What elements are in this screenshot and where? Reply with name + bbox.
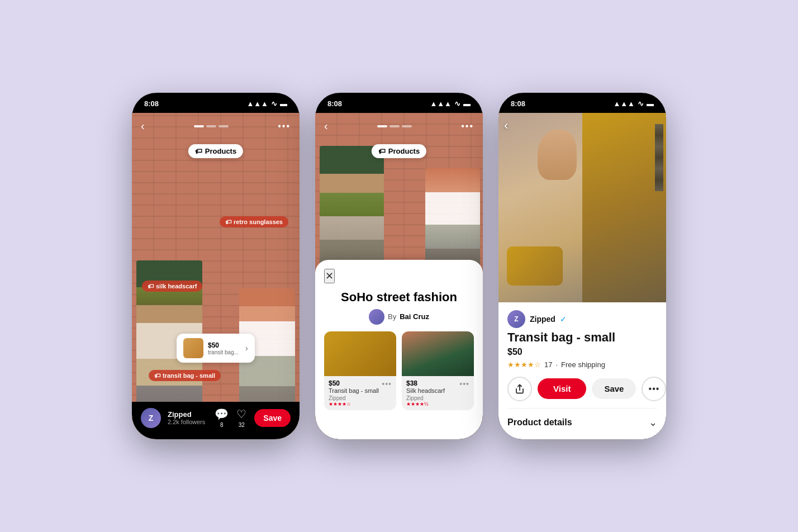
more-button-2[interactable]: •••	[461, 121, 474, 131]
phone-2-content: ‹ ••• 🏷 Products	[315, 113, 483, 439]
free-shipping: Free shipping	[561, 360, 605, 369]
back-button-2[interactable]: ‹	[324, 120, 328, 132]
card-1-brand: Zipped	[329, 395, 379, 401]
save-button-3[interactable]: Save	[592, 378, 636, 399]
page-indicators-2	[328, 125, 462, 127]
products-label-1: Products	[205, 147, 236, 155]
share-button[interactable]	[507, 377, 532, 401]
more-button-3[interactable]: •••	[642, 377, 666, 401]
product-card-bag[interactable]: $50 transit bag... ›	[177, 334, 255, 363]
sheet-card-2[interactable]: $38 Silk headscarf Zipped ★★★★½ •••	[402, 331, 474, 410]
phone-1: 8:08 ▲▲▲ ∿ ▬ ‹	[132, 93, 300, 439]
wifi-icon-1: ∿	[271, 99, 277, 108]
signal-icon-3: ▲▲▲	[613, 99, 635, 108]
card-2-more[interactable]: •••	[459, 379, 469, 388]
status-bar-3: 8:08 ▲▲▲ ∿ ▬	[498, 93, 666, 113]
tag-retro-sunglasses[interactable]: 🏷 retro sunglasses	[220, 216, 288, 227]
status-icons-3: ▲▲▲ ∿ ▬	[613, 99, 654, 108]
status-bar-1: 8:08 ▲▲▲ ∿ ▬	[132, 93, 300, 113]
battery-icon-1: ▬	[280, 99, 287, 108]
products-badge-1[interactable]: 🏷 Products	[188, 144, 243, 158]
card-1-more[interactable]: •••	[382, 379, 392, 388]
phone-2-screen: 8:08 ▲▲▲ ∿ ▬ ‹	[315, 93, 483, 439]
card-2-brand: Zipped	[406, 395, 445, 401]
sheet-products-grid: $50 Transit bag - small Zipped ★★★★☆ •••	[324, 331, 474, 410]
creator-name-1: Zipped	[168, 410, 208, 419]
product-panel: Z Zipped ✓ Transit bag - small $50 ★★★★☆…	[498, 302, 666, 439]
creator-avatar-1: Z	[141, 408, 161, 428]
battery-icon-3: ▬	[647, 99, 654, 108]
phone-1-top-bar: ‹ •••	[132, 113, 300, 139]
products-label-2: Products	[388, 147, 420, 155]
status-bar-2: 8:08 ▲▲▲ ∿ ▬	[315, 93, 483, 113]
comment-count: 8	[220, 422, 224, 428]
phone-3-screen: 8:08 ▲▲▲ ∿ ▬ ‹	[498, 93, 666, 439]
tag-transit-bag[interactable]: 🏷 transit bag - small	[149, 370, 221, 381]
sheet-creator-row: By Bai Cruz	[324, 309, 474, 325]
product-thumb	[183, 338, 203, 358]
hand-visual	[538, 130, 577, 180]
phone-1-screen: 8:08 ▲▲▲ ∿ ▬ ‹	[132, 93, 300, 439]
wifi-icon-2: ∿	[454, 99, 460, 108]
card-name: transit bag...	[208, 349, 239, 355]
time-3: 8:08	[511, 99, 525, 108]
creator-info-1: Zipped 2.2k followers	[168, 410, 208, 425]
comments-action[interactable]: 💬 8	[215, 407, 229, 428]
share-icon	[515, 384, 525, 394]
likes-action[interactable]: ♡ 32	[236, 407, 246, 428]
card-2-name: Silk headscarf	[406, 387, 445, 394]
zipper-visual	[655, 124, 663, 191]
creator-followers-1: 2.2k followers	[168, 419, 208, 425]
tag-silk-headscarf[interactable]: 🏷 silk headscarf	[142, 281, 202, 292]
rating-count: 17	[544, 360, 552, 369]
phones-container: 8:08 ▲▲▲ ∿ ▬ ‹	[110, 70, 688, 462]
card-1-image	[324, 331, 396, 376]
verified-icon: ✓	[560, 315, 567, 324]
back-button-1[interactable]: ‹	[141, 120, 145, 132]
card-1-stars: ★★★★☆	[329, 401, 379, 407]
product-details-label: Product details	[507, 417, 572, 428]
visit-button[interactable]: Visit	[538, 378, 586, 399]
card-1-price: $50	[329, 379, 379, 387]
products-badge-2[interactable]: 🏷 Products	[372, 144, 426, 158]
card-arrow: ›	[245, 344, 248, 353]
bag-visual	[507, 246, 563, 286]
tag-icon-headscarf: 🏷	[148, 283, 154, 289]
rating-row: ★★★★☆ 17 · Free shipping	[507, 360, 657, 369]
page-indicators	[145, 125, 278, 127]
photo-left-bag: ‹	[498, 113, 582, 302]
back-button-3[interactable]: ‹	[504, 118, 508, 133]
brand-avatar: Z	[507, 310, 525, 328]
page-dot-3	[218, 125, 229, 127]
card-1-name: Transit bag - small	[329, 387, 379, 394]
product-actions: Visit Save •••	[507, 377, 657, 401]
battery-icon-2: ▬	[463, 99, 471, 108]
bottom-actions-1: 💬 8 ♡ 32 Save	[215, 407, 291, 428]
status-icons-2: ▲▲▲ ∿ ▬	[430, 99, 471, 108]
page-dot-2	[206, 125, 216, 127]
phone-3: 8:08 ▲▲▲ ∿ ▬ ‹	[498, 93, 666, 439]
product-details-row[interactable]: Product details ⌄	[507, 408, 657, 432]
product-price: $50	[507, 347, 657, 357]
brand-name: Zipped	[530, 315, 555, 324]
sheet-close-button[interactable]: ✕	[324, 269, 335, 283]
sheet-card-1[interactable]: $50 Transit bag - small Zipped ★★★★☆ •••	[324, 331, 396, 410]
card-2-info: $38 Silk headscarf Zipped ★★★★½ •••	[402, 376, 474, 410]
rating-dot: ·	[555, 360, 558, 369]
tag-icon-bag: 🏷	[154, 372, 160, 379]
card-price: $50	[208, 341, 239, 349]
sheet-by-label: By	[388, 312, 396, 321]
status-icons-1: ▲▲▲ ∿ ▬	[246, 99, 287, 108]
more-button-1[interactable]: •••	[278, 121, 291, 131]
photo-right-zipper	[582, 113, 666, 302]
phone-1-bottom-bar: Z Zipped 2.2k followers 💬 8 ♡ 32	[132, 402, 300, 439]
sheet-creator-avatar	[369, 309, 384, 325]
page-dot-2-2	[390, 125, 400, 127]
phone-2: 8:08 ▲▲▲ ∿ ▬ ‹	[315, 93, 483, 439]
sheet-title: SoHo street fashion	[324, 290, 474, 305]
wifi-icon-3: ∿	[638, 99, 644, 108]
phone-3-content: ‹ Z Zipped ✓	[498, 113, 666, 439]
bottom-sheet: ✕ SoHo street fashion By Bai Cruz	[315, 260, 483, 439]
save-button-1[interactable]: Save	[254, 409, 291, 427]
signal-icon-2: ▲▲▲	[430, 99, 452, 108]
